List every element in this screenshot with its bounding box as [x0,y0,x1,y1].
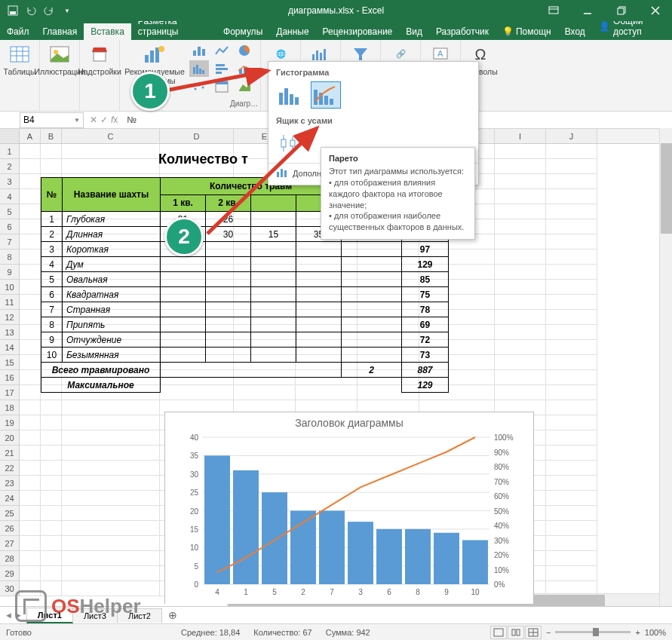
row-header[interactable]: 23 [0,476,20,491]
zoom-slider[interactable] [555,631,631,633]
cell[interactable] [546,536,597,551]
illustrations-button[interactable]: Иллюстрации [44,42,75,77]
cell[interactable] [546,310,597,325]
cell[interactable] [62,551,160,566]
cell[interactable] [20,234,41,250]
cell[interactable] [20,536,41,551]
cell[interactable] [20,506,41,521]
cell[interactable] [20,400,41,415]
cell[interactable] [495,310,546,325]
cell[interactable] [20,174,41,189]
chevron-down-icon[interactable]: ▼ [74,117,80,124]
cell[interactable] [495,189,546,204]
cell[interactable] [546,506,597,521]
cell[interactable] [495,325,546,340]
restore-icon[interactable] [604,0,638,21]
col-header[interactable]: J [546,129,597,143]
cell[interactable] [546,461,597,476]
cell[interactable] [495,355,546,370]
cell[interactable] [546,415,597,430]
cell[interactable] [546,370,597,385]
histogram-thumb[interactable] [276,81,306,109]
row-header[interactable]: 7 [0,234,20,250]
tab-tellme[interactable]: 💡Помощн [496,23,558,40]
cell[interactable] [495,159,546,174]
cell[interactable] [546,219,597,234]
row-header[interactable]: 18 [0,400,20,415]
tab-view[interactable]: Вид [399,23,429,40]
line-chart-icon[interactable] [212,42,232,59]
col-header[interactable]: I [495,129,546,143]
cell[interactable] [495,370,546,385]
cell[interactable] [62,476,160,491]
redo-icon[interactable] [41,2,57,19]
row-header[interactable]: 6 [0,219,20,234]
minimize-icon[interactable] [570,0,604,21]
fx-icon[interactable]: fx [111,115,118,125]
tab-file[interactable]: Файл [0,23,36,40]
cell[interactable] [20,340,41,355]
cell[interactable] [41,521,62,536]
cell[interactable] [546,250,597,265]
cell[interactable] [20,355,41,370]
row-header[interactable]: 24 [0,491,20,506]
cell[interactable] [20,325,41,340]
row-header[interactable]: 25 [0,506,20,521]
undo-icon[interactable] [23,2,39,19]
cell[interactable] [20,461,41,476]
page-break-icon[interactable] [525,626,542,639]
row-header[interactable]: 5 [0,204,20,219]
cell[interactable] [546,446,597,461]
cell[interactable] [20,415,41,430]
ribbon-options-icon[interactable] [536,0,570,21]
tab-insert[interactable]: Вставка [84,23,131,40]
row-header[interactable]: 16 [0,370,20,385]
cell[interactable] [62,506,160,521]
cell[interactable] [41,491,62,506]
cell[interactable] [41,400,62,415]
row-header[interactable]: 10 [0,280,20,295]
cell[interactable] [41,446,62,461]
cell[interactable] [20,521,41,536]
tab-review[interactable]: Рецензирование [316,23,400,40]
column-chart-icon[interactable] [189,42,209,59]
tab-developer[interactable]: Разработчик [429,23,496,40]
cell[interactable] [546,491,597,506]
cell[interactable] [546,476,597,491]
row-header[interactable]: 27 [0,536,20,551]
row-header[interactable]: 2 [0,159,20,174]
row-header[interactable]: 14 [0,340,20,355]
cell[interactable] [495,234,546,250]
zoom-out-icon[interactable]: − [546,628,551,637]
cell[interactable] [62,536,160,551]
cell[interactable] [546,430,597,446]
cell[interactable] [20,370,41,385]
cell[interactable] [495,219,546,234]
name-box[interactable]: B4▼ [20,112,84,128]
save-icon[interactable] [5,2,21,19]
cell[interactable] [546,340,597,355]
cell[interactable] [41,506,62,521]
cell[interactable] [546,295,597,310]
vertical-scrollbar[interactable] [659,128,672,606]
tab-home[interactable]: Главная [36,23,84,40]
row-header[interactable]: 9 [0,265,20,280]
cell[interactable] [41,430,62,446]
cell[interactable] [546,189,597,204]
cell[interactable] [20,430,41,446]
cell[interactable] [62,521,160,536]
cell[interactable] [20,446,41,461]
col-header[interactable]: A [20,129,41,143]
row-header[interactable]: 19 [0,415,20,430]
cell[interactable] [62,159,160,174]
cell[interactable] [495,385,546,400]
cell[interactable] [546,234,597,250]
chart-preview[interactable]: Заголовок диаграммы 05101520253035400%10… [164,412,534,604]
cell[interactable] [20,310,41,325]
cell[interactable] [62,144,160,159]
cell[interactable] [546,355,597,370]
row-header[interactable]: 26 [0,521,20,536]
zoom-in-icon[interactable]: + [635,628,640,637]
cell[interactable] [41,536,62,551]
cell[interactable] [495,250,546,265]
